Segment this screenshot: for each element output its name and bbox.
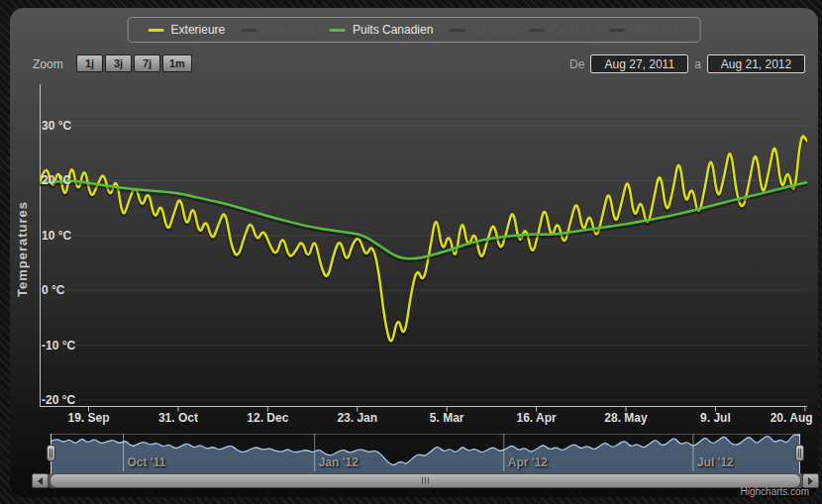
navigator-label-oct-11: Oct '11 bbox=[128, 455, 166, 469]
navigator-label-apr-12: Apr '12 bbox=[508, 455, 548, 469]
x-axis-label: 16. Apr bbox=[516, 411, 556, 425]
range-button-1j[interactable]: 1j bbox=[76, 54, 103, 72]
page-background: ExterieureInterieurePuits CanadienAir ne… bbox=[0, 0, 822, 504]
x-axis-label: 5. Mar bbox=[430, 411, 464, 425]
navigator-label-jul-12: Jul '12 bbox=[697, 455, 734, 469]
legend-item-label: Exterieure bbox=[171, 23, 226, 37]
plot-area[interactable] bbox=[40, 84, 807, 414]
legend-swatch-icon bbox=[149, 29, 164, 32]
legend: ExterieureInterieurePuits CanadienAir ne… bbox=[128, 17, 701, 43]
legend-item-comble[interactable]: Comble bbox=[529, 23, 592, 37]
date-from-label: De bbox=[569, 57, 584, 71]
x-axis-label: 23. Jan bbox=[337, 411, 377, 425]
range-button-3j[interactable]: 3j bbox=[105, 54, 132, 72]
date-from-input[interactable] bbox=[590, 54, 688, 73]
navigator-left-handle[interactable] bbox=[47, 445, 55, 461]
handle-grip-icon bbox=[50, 449, 51, 457]
y-axis-label: 10 °C bbox=[42, 229, 71, 243]
arrow-left-icon bbox=[38, 477, 43, 485]
range-button-7j[interactable]: 7j bbox=[134, 54, 160, 72]
legend-swatch-icon bbox=[449, 29, 464, 32]
x-axis-label: 9. Jul bbox=[700, 411, 731, 425]
x-axis-label: 19. Sep bbox=[67, 411, 109, 425]
x-axis-label: 31. Oct bbox=[158, 411, 198, 425]
legend-swatch-icon bbox=[330, 29, 346, 32]
highcharts-credit[interactable]: Highcharts.com bbox=[741, 486, 809, 497]
x-axis-label: 28. May bbox=[604, 411, 647, 425]
scrollbar-left-button[interactable] bbox=[32, 473, 49, 488]
handle-grip-icon bbox=[798, 449, 799, 457]
y-axis-label: -10 °C bbox=[42, 339, 75, 353]
legend-item-interieure[interactable]: Interieure bbox=[241, 23, 314, 37]
y-axis-title: Temperatures bbox=[15, 156, 30, 341]
date-controls: De a bbox=[569, 54, 805, 73]
legend-item-air-neuf[interactable]: Air neuf bbox=[449, 23, 512, 37]
x-axis-label: 20. Aug bbox=[771, 411, 813, 425]
y-axis-label: -20 °C bbox=[42, 393, 75, 407]
legend-item-label: Interieure bbox=[263, 23, 314, 37]
range-button-1m[interactable]: 1m bbox=[162, 54, 192, 72]
chart-container: ExterieureInterieurePuits CanadienAir ne… bbox=[10, 8, 818, 497]
series-shadow bbox=[40, 138, 807, 343]
date-to-label: a bbox=[694, 57, 701, 71]
y-axis-label: 20 °C bbox=[42, 173, 71, 187]
navigator-right-handle[interactable] bbox=[795, 445, 804, 461]
legend-item-label: Air neuf bbox=[471, 23, 512, 37]
legend-item-label: Puits Canadien bbox=[353, 23, 433, 37]
x-axis-label: 12. Dec bbox=[247, 411, 288, 425]
scrollbar-thumb[interactable] bbox=[50, 473, 801, 488]
legend-swatch-icon bbox=[608, 29, 624, 32]
arrow-right-icon bbox=[808, 477, 813, 485]
zoom-label: Zoom bbox=[33, 57, 63, 71]
series-line-exterieure[interactable] bbox=[40, 137, 807, 342]
y-axis-label: 0 °C bbox=[42, 283, 64, 297]
navigator-label-jan-12: Jan '12 bbox=[319, 455, 359, 469]
y-axis-label: 30 °C bbox=[42, 119, 71, 133]
legend-item-exterieure[interactable]: Exterieure bbox=[149, 23, 226, 37]
grip-icon bbox=[422, 477, 423, 484]
range-buttons: 1j3j7j1m bbox=[76, 54, 192, 72]
legend-swatch-icon bbox=[241, 29, 257, 32]
date-to-input[interactable] bbox=[707, 54, 805, 73]
legend-item-label: Comble bbox=[552, 23, 592, 37]
legend-swatch-icon bbox=[529, 29, 545, 32]
legend-item-vmc-ext[interactable]: VMC ext. bbox=[608, 23, 679, 37]
legend-item-puits-canadien[interactable]: Puits Canadien bbox=[330, 23, 433, 37]
legend-item-label: VMC ext. bbox=[631, 23, 679, 37]
